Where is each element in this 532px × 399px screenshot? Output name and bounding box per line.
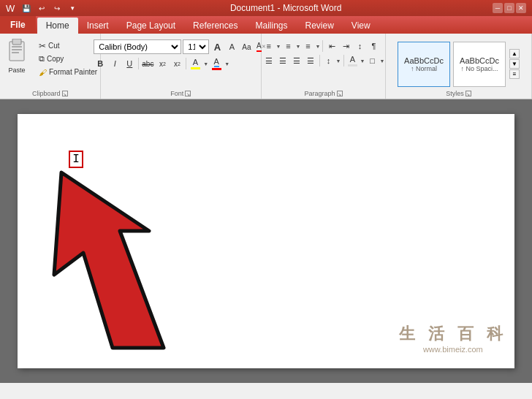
borders-dropdown[interactable]: ▼ bbox=[379, 58, 384, 64]
strikethrough-button[interactable]: abc bbox=[141, 57, 154, 70]
decrease-indent-button[interactable]: ⇤ bbox=[325, 39, 338, 53]
cut-icon: ✂ bbox=[39, 41, 46, 51]
style-normal-preview: AaBbCcDc bbox=[404, 56, 444, 65]
font-group-label: Font ↘ bbox=[105, 88, 256, 99]
copy-icon: ⧉ bbox=[39, 54, 45, 64]
font-color-dropdown[interactable]: ▼ bbox=[224, 61, 229, 66]
shading-dropdown[interactable]: ▼ bbox=[360, 58, 365, 64]
window-controls: ─ □ ✕ bbox=[493, 3, 526, 13]
para-sep2 bbox=[319, 55, 320, 66]
bullets-button[interactable]: ≡ bbox=[262, 39, 276, 53]
maximize-button[interactable]: □ bbox=[504, 3, 514, 13]
font-color-button[interactable]: A bbox=[210, 56, 223, 71]
qa-customize[interactable]: ▼ bbox=[66, 1, 79, 15]
line-spacing-dropdown[interactable]: ▼ bbox=[336, 58, 341, 64]
multilevel-dropdown[interactable]: ▼ bbox=[315, 44, 320, 49]
font-row1: Calibri (Body) 11 A A Aa A ✕ bbox=[94, 39, 267, 54]
para-sep1 bbox=[322, 40, 323, 52]
tab-file[interactable]: File bbox=[0, 16, 36, 34]
watermark: 生 活 百 科 www.bimeiz.com bbox=[399, 323, 507, 354]
styles-group-label: Styles ↘ bbox=[390, 88, 527, 99]
italic-button[interactable]: I bbox=[108, 57, 121, 70]
align-right-button[interactable]: ☰ bbox=[290, 54, 303, 67]
show-marks-button[interactable]: ¶ bbox=[367, 39, 380, 53]
para-sep3 bbox=[343, 55, 344, 66]
increase-indent-button[interactable]: ⇥ bbox=[339, 39, 352, 53]
font-name-select[interactable]: Calibri (Body) bbox=[94, 39, 181, 54]
svg-rect-3 bbox=[12, 49, 22, 50]
document-page[interactable]: I 生 活 百 科 www.bimeiz.com bbox=[18, 114, 514, 368]
copy-button[interactable]: ⧉ Copy bbox=[35, 53, 101, 65]
clipboard-label: Clipboard ↘ bbox=[4, 88, 96, 99]
quick-access-bar: W 💾 ↩ ↪ ▼ bbox=[6, 1, 79, 15]
numbering-dropdown[interactable]: ▼ bbox=[296, 44, 301, 49]
bold-button[interactable]: B bbox=[94, 57, 107, 70]
font-row2: B I U abc x2 x2 A ▼ A ▼ bbox=[94, 56, 229, 71]
clipboard-expand-icon[interactable]: ↘ bbox=[62, 91, 68, 96]
format-painter-button[interactable]: 🖌 Format Painter bbox=[35, 66, 101, 78]
ribbon-tabs: File Home Insert Page Layout References … bbox=[0, 16, 532, 34]
numbering-button[interactable]: ≡ bbox=[282, 39, 295, 53]
paste-icon bbox=[5, 39, 28, 65]
borders-button[interactable]: □ bbox=[365, 54, 379, 67]
justify-button[interactable]: ☰ bbox=[304, 54, 317, 67]
app-icon: W bbox=[6, 3, 15, 14]
tab-pagelayout[interactable]: Page Layout bbox=[118, 18, 184, 34]
font-expand-icon[interactable]: ↘ bbox=[185, 91, 191, 96]
styles-scroll-up[interactable]: ▲ ▼ ≡ bbox=[509, 49, 520, 79]
highlight-color-button[interactable]: A bbox=[189, 57, 202, 70]
document-area: I 生 活 百 科 www.bimeiz.com bbox=[0, 99, 532, 383]
style-normal[interactable]: AaBbCcDc ↑ Normal bbox=[398, 42, 450, 87]
center-button[interactable]: ☰ bbox=[276, 54, 289, 67]
qa-redo[interactable]: ↪ bbox=[50, 1, 64, 15]
paste-button[interactable]: Paste bbox=[4, 37, 29, 76]
watermark-url-text: www.bimeiz.com bbox=[399, 345, 507, 354]
tab-review[interactable]: Review bbox=[296, 18, 342, 34]
subscript-button[interactable]: x2 bbox=[156, 57, 169, 70]
para-expand-icon[interactable]: ↘ bbox=[337, 91, 343, 96]
svg-rect-1 bbox=[12, 39, 21, 45]
styles-group: AaBbCcDc ↑ Normal AaBbCcDc ↑ No Spaci...… bbox=[386, 34, 532, 99]
tab-view[interactable]: View bbox=[343, 18, 379, 34]
underline-button[interactable]: U bbox=[123, 57, 136, 70]
minimize-button[interactable]: ─ bbox=[493, 3, 503, 13]
font-case-button[interactable]: Aa bbox=[240, 40, 253, 53]
tab-insert[interactable]: Insert bbox=[78, 18, 118, 34]
font-group: Calibri (Body) 11 A A Aa A ✕ B I U abc bbox=[101, 34, 262, 99]
styles-expand-icon[interactable]: ↘ bbox=[466, 91, 471, 96]
window-title: Document1 - Microsoft Word bbox=[230, 3, 342, 13]
watermark-cn-text: 生 活 百 科 bbox=[399, 323, 507, 345]
font-size-select[interactable]: 11 bbox=[183, 39, 209, 54]
qa-save[interactable]: 💾 bbox=[20, 1, 33, 15]
align-left-button[interactable]: ☰ bbox=[262, 54, 276, 67]
bullets-dropdown[interactable]: ▼ bbox=[276, 44, 281, 49]
paragraph-group: ≡ ▼ ≡ ▼ ≡ ▼ ⇤ ⇥ ↕ ¶ ☰ ☰ ☰ ☰ ↕ ▼ bbox=[262, 34, 386, 99]
svg-marker-5 bbox=[54, 172, 164, 348]
font-sep1 bbox=[138, 58, 139, 69]
style-nospacing-label: ↑ No Spaci... bbox=[460, 65, 498, 72]
style-normal-label: ↑ Normal bbox=[411, 65, 437, 72]
qa-undo[interactable]: ↩ bbox=[35, 1, 48, 15]
shading-button[interactable]: A bbox=[346, 54, 360, 67]
style-nospacing-preview: AaBbCcDc bbox=[460, 56, 499, 65]
line-spacing-button[interactable]: ↕ bbox=[322, 54, 335, 67]
tab-mailings[interactable]: Mailings bbox=[246, 18, 296, 34]
para-group-label: Paragraph ↘ bbox=[266, 88, 381, 99]
tab-home[interactable]: Home bbox=[37, 18, 78, 34]
para-row2: ☰ ☰ ☰ ☰ ↕ ▼ A ▼ □ ▼ bbox=[262, 54, 385, 67]
title-bar: W 💾 ↩ ↪ ▼ Document1 - Microsoft Word ─ □… bbox=[0, 0, 532, 16]
font-grow-button[interactable]: A bbox=[210, 40, 224, 53]
font-shrink-button[interactable]: A bbox=[225, 40, 238, 53]
svg-rect-2 bbox=[12, 46, 22, 48]
multilevel-button[interactable]: ≡ bbox=[301, 39, 314, 53]
svg-rect-4 bbox=[12, 52, 19, 53]
paste-label: Paste bbox=[8, 66, 25, 74]
superscript-button[interactable]: x2 bbox=[170, 57, 183, 70]
cut-button[interactable]: ✂ Cut bbox=[35, 39, 101, 52]
font-sep2 bbox=[186, 58, 186, 69]
close-button[interactable]: ✕ bbox=[516, 3, 526, 13]
highlight-dropdown[interactable]: ▼ bbox=[203, 61, 208, 66]
tab-references[interactable]: References bbox=[184, 18, 246, 34]
sort-button[interactable]: ↕ bbox=[353, 39, 366, 53]
style-nospacing[interactable]: AaBbCcDc ↑ No Spaci... bbox=[453, 42, 506, 87]
